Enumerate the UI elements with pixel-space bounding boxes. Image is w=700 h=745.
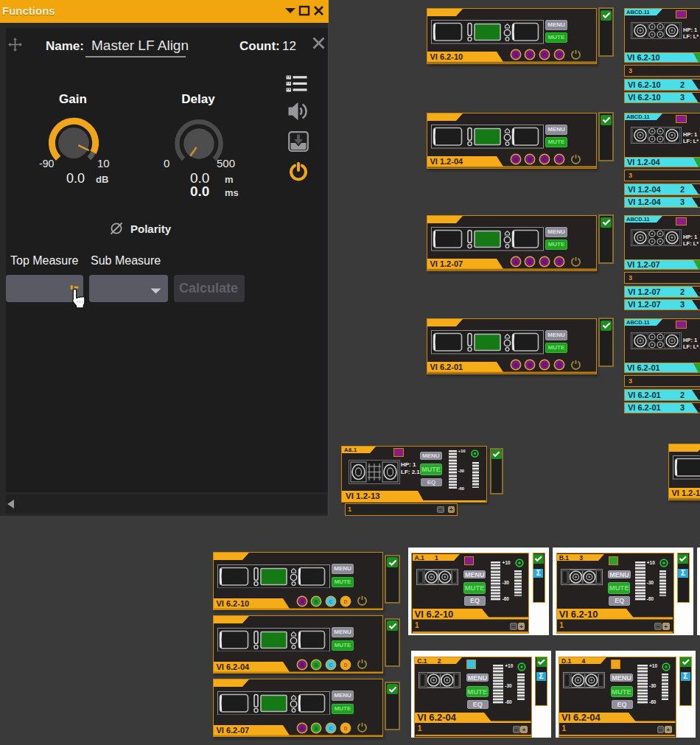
svg-text:C: C [543, 363, 547, 368]
svg-text:A: A [514, 259, 517, 265]
svg-text:A: A [300, 726, 304, 731]
svg-text:D: D [557, 52, 561, 57]
svg-text:D: D [343, 599, 347, 604]
svg-text:B: B [528, 157, 532, 162]
svg-text:C: C [329, 662, 333, 668]
svg-text:C: C [543, 259, 547, 265]
svg-text:A: A [300, 599, 304, 604]
svg-text:D: D [343, 662, 347, 668]
svg-text:A: A [300, 662, 304, 668]
svg-text:B: B [315, 599, 318, 604]
svg-text:C: C [329, 726, 333, 731]
svg-text:B: B [528, 363, 532, 368]
svg-text:C: C [543, 52, 547, 57]
svg-text:D: D [557, 157, 561, 162]
svg-text:C: C [329, 599, 333, 604]
svg-text:D: D [557, 363, 561, 368]
svg-text:A: A [514, 52, 517, 57]
svg-text:B: B [315, 662, 318, 668]
svg-text:B: B [528, 259, 532, 265]
svg-text:A: A [514, 363, 517, 368]
svg-text:B: B [528, 52, 532, 57]
svg-text:D: D [557, 259, 561, 265]
svg-text:B: B [315, 726, 318, 731]
svg-text:D: D [343, 726, 347, 731]
svg-text:C: C [543, 157, 547, 162]
svg-text:A: A [514, 157, 517, 162]
